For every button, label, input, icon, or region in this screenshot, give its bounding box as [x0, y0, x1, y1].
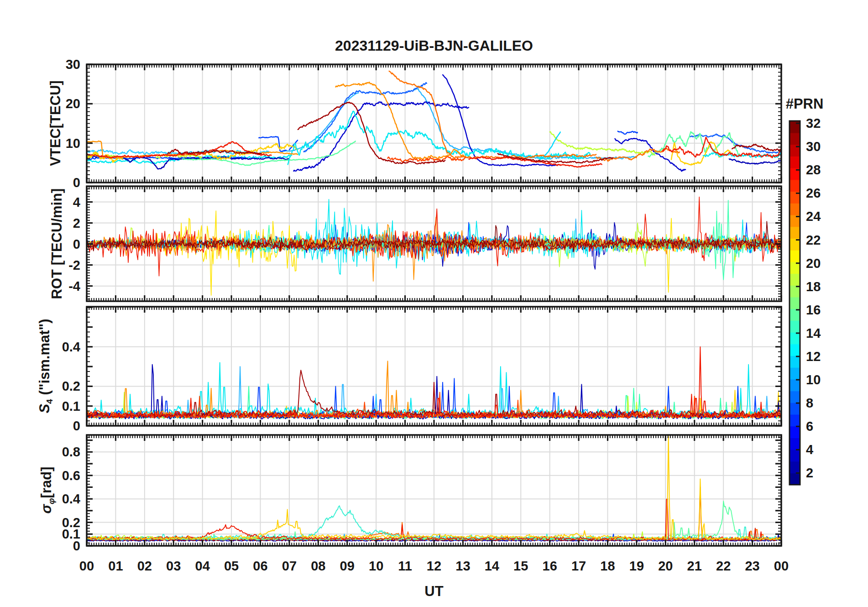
svg-text:13: 13 — [455, 559, 470, 573]
colorbar-band — [790, 180, 800, 192]
series-line — [389, 71, 596, 159]
y-axis-label-vtec: VTEC[TECU] — [47, 80, 64, 166]
svg-text:0.1: 0.1 — [62, 399, 80, 413]
chart-title: 20231129-UiB-BJN-GALILEO — [335, 37, 533, 54]
svg-text:2: 2 — [806, 466, 813, 480]
svg-text:24: 24 — [806, 209, 821, 224]
svg-text:30: 30 — [66, 57, 80, 72]
svg-text:10: 10 — [806, 372, 821, 387]
panel-sigmaphi-ytick-labels: 00.10.20.40.60.8 — [62, 445, 80, 553]
svg-text:12: 12 — [427, 559, 441, 573]
svg-text:12: 12 — [806, 349, 821, 364]
svg-text:20: 20 — [658, 559, 673, 573]
svg-text:00: 00 — [774, 559, 789, 573]
svg-text:30: 30 — [806, 139, 821, 154]
svg-text:26: 26 — [806, 186, 821, 200]
svg-text:6: 6 — [806, 419, 813, 434]
svg-text:15: 15 — [513, 559, 528, 573]
svg-text:20: 20 — [66, 96, 80, 111]
chart-canvas: 0102030-4-202400.10.20.400.10.20.40.60.8… — [0, 0, 868, 607]
colorbar-band — [790, 461, 800, 474]
panel-vtec-ytick-labels: 0102030 — [66, 57, 80, 190]
x-axis-label: UT — [424, 583, 443, 600]
svg-text:19: 19 — [629, 559, 644, 573]
colorbar-band — [790, 356, 800, 368]
svg-text:23: 23 — [745, 559, 759, 573]
series-line — [729, 159, 781, 164]
svg-text:2: 2 — [73, 216, 80, 230]
colorbar-band — [790, 203, 800, 215]
panel-rot-ytick-labels: -4-2024 — [68, 195, 80, 293]
svg-text:17: 17 — [571, 559, 586, 573]
x-tick-labels: 0001020304050607080910111213141516171819… — [79, 559, 789, 573]
svg-text:32: 32 — [806, 116, 821, 131]
svg-text:20: 20 — [806, 256, 821, 271]
y-axis-label-rot: ROT [TECU/min] — [49, 188, 65, 299]
svg-text:22: 22 — [716, 559, 731, 573]
colorbar-band — [790, 273, 800, 286]
colorbar-band — [790, 156, 800, 168]
series-line — [298, 102, 445, 164]
colorbar-band — [790, 473, 800, 485]
svg-text:06: 06 — [253, 559, 267, 573]
colorbar-title: #PRN — [786, 96, 824, 112]
svg-text:0.6: 0.6 — [62, 468, 80, 483]
svg-text:0.8: 0.8 — [62, 445, 80, 459]
svg-text:14: 14 — [806, 326, 821, 340]
svg-text:09: 09 — [340, 559, 355, 573]
svg-text:01: 01 — [108, 559, 123, 573]
colorbar-band — [790, 426, 800, 438]
colorbar-band — [790, 320, 800, 333]
svg-text:08: 08 — [311, 559, 325, 573]
svg-text:4: 4 — [806, 442, 813, 457]
svg-text:28: 28 — [806, 162, 821, 177]
svg-text:0.4: 0.4 — [62, 492, 80, 506]
svg-text:8: 8 — [806, 396, 813, 410]
panel-sigmaphi-grid — [87, 435, 781, 546]
colorbar-band — [790, 309, 800, 321]
svg-text:0: 0 — [73, 237, 80, 251]
svg-text:03: 03 — [166, 559, 181, 573]
colorbar-band — [790, 414, 800, 427]
svg-text:04: 04 — [195, 559, 210, 573]
svg-text:02: 02 — [137, 559, 152, 573]
panel-s4-grid — [87, 307, 781, 426]
panel-s4-ytick-labels: 00.10.20.4 — [62, 340, 80, 433]
svg-text:05: 05 — [224, 559, 239, 573]
svg-text:0: 0 — [73, 175, 80, 190]
svg-text:0.2: 0.2 — [62, 379, 80, 393]
colorbar-band — [790, 450, 800, 462]
colorbar-band — [790, 250, 800, 262]
colorbar-band — [790, 438, 800, 450]
svg-text:16: 16 — [806, 303, 821, 317]
colorbar-band — [790, 133, 800, 145]
colorbar-band — [790, 403, 800, 415]
svg-text:00: 00 — [79, 559, 94, 573]
colorbar — [790, 121, 800, 485]
svg-text:18: 18 — [600, 559, 615, 573]
svg-text:21: 21 — [687, 559, 702, 573]
colorbar-band — [790, 344, 800, 356]
svg-text:-2: -2 — [68, 258, 80, 272]
colorbar-band — [790, 391, 800, 403]
colorbar-band — [790, 332, 800, 345]
svg-text:07: 07 — [282, 559, 297, 573]
colorbar-tick-labels: 2468101214161820222426283032 — [806, 116, 821, 480]
y-axis-label-sigmaphi: σφ[rad] — [38, 467, 57, 514]
svg-text:0: 0 — [73, 419, 80, 433]
colorbar-band — [790, 367, 800, 380]
panel-vtec-grid — [87, 64, 781, 183]
colorbar-band — [790, 297, 800, 309]
series-line — [732, 144, 781, 151]
svg-text:10: 10 — [369, 559, 383, 573]
svg-text:-4: -4 — [68, 279, 80, 293]
svg-text:11: 11 — [398, 559, 412, 573]
colorbar-band — [790, 379, 800, 392]
colorbar-band — [790, 226, 800, 239]
svg-text:14: 14 — [485, 559, 499, 573]
svg-text:0.4: 0.4 — [62, 340, 80, 354]
figure: 0102030-4-202400.10.20.400.10.20.40.60.8… — [0, 0, 868, 607]
svg-text:18: 18 — [806, 279, 821, 294]
series-line — [618, 131, 638, 134]
svg-text:0.2: 0.2 — [62, 515, 80, 530]
